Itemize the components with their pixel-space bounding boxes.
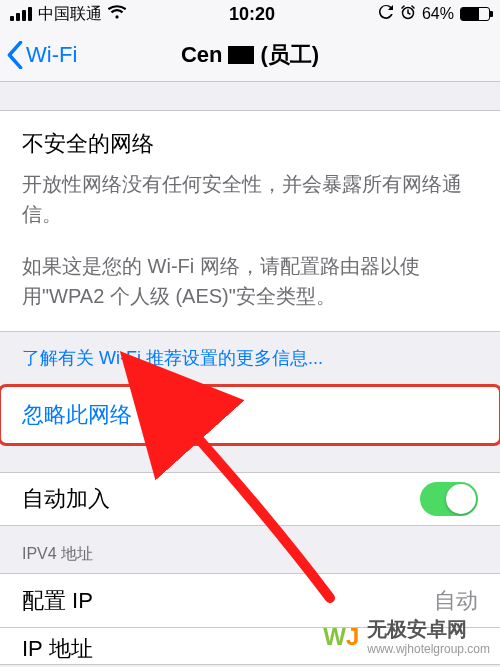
forget-network-label: 忽略此网络 (22, 400, 132, 430)
watermark-brand: 无极安卓网 (367, 619, 490, 639)
watermark-logo-icon: WJ (321, 617, 361, 657)
warning-body-1: 开放性网络没有任何安全性，并会暴露所有网络通信。 (22, 169, 478, 229)
title-prefix: Cen (181, 42, 223, 68)
chevron-left-icon (6, 41, 24, 69)
learn-more-link[interactable]: 了解有关 Wi-Fi 推荐设置的更多信息... (0, 332, 500, 386)
auto-join-label: 自动加入 (22, 484, 110, 514)
watermark-url: www.wjhotelgroup.com (367, 643, 490, 655)
status-right: 64% (378, 4, 490, 24)
orientation-lock-icon (378, 4, 394, 24)
warning-body-2: 如果这是您的 Wi-Fi 网络，请配置路由器以使用"WPA2 个人级 (AES)… (22, 251, 478, 311)
status-bar: 中国联通 10:20 64% (0, 0, 500, 28)
auto-join-toggle[interactable] (420, 482, 478, 516)
title-suffix: (员工) (260, 40, 319, 70)
battery-icon (460, 7, 490, 21)
configure-ip-value: 自动 (434, 586, 478, 616)
signal-bars-icon (10, 7, 32, 21)
battery-pct: 64% (422, 5, 454, 23)
ipv4-section-header: IPV4 地址 (0, 526, 500, 573)
nav-bar: Wi-Fi Cen (员工) (0, 28, 500, 82)
insecure-network-warning: 不安全的网络 开放性网络没有任何安全性，并会暴露所有网络通信。 如果这是您的 W… (0, 110, 500, 332)
warning-heading: 不安全的网络 (22, 129, 478, 159)
status-left: 中国联通 (10, 4, 126, 25)
forget-network-button[interactable]: 忽略此网络 (0, 386, 500, 444)
redacted-block-icon (228, 46, 254, 64)
status-clock: 10:20 (229, 4, 275, 25)
configure-ip-label: 配置 IP (22, 586, 93, 616)
alarm-icon (400, 4, 416, 24)
auto-join-row: 自动加入 (0, 472, 500, 526)
back-label: Wi-Fi (26, 42, 77, 68)
ip-address-label: IP 地址 (22, 634, 93, 664)
page-title: Cen (员工) (181, 40, 319, 70)
wifi-icon (108, 5, 126, 23)
watermark: WJ 无极安卓网 www.wjhotelgroup.com (321, 617, 490, 657)
content-scroll[interactable]: 不安全的网络 开放性网络没有任何安全性，并会暴露所有网络通信。 如果这是您的 W… (0, 82, 500, 667)
carrier-label: 中国联通 (38, 4, 102, 25)
back-button[interactable]: Wi-Fi (6, 41, 77, 69)
